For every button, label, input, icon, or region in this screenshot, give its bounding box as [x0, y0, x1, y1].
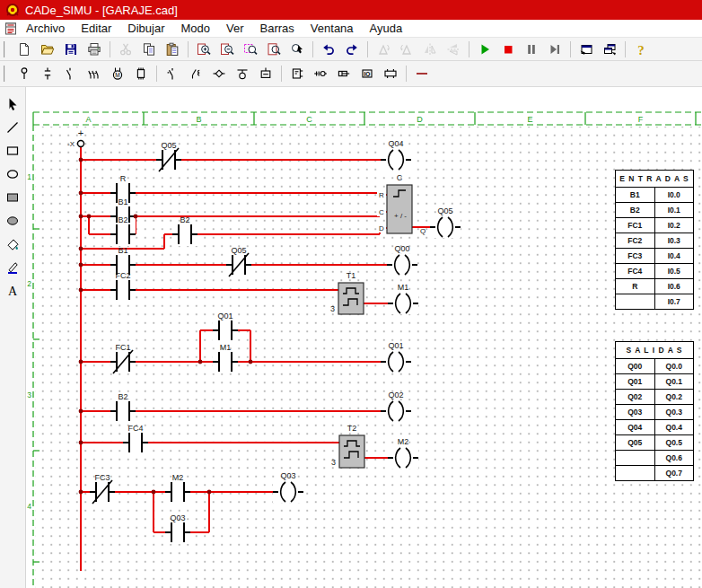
- contact-Q05[interactable]: Q05: [156, 141, 181, 171]
- menu-ventana[interactable]: Ventana: [303, 20, 362, 37]
- line-tool-icon: [5, 120, 20, 135]
- window-cascade-button[interactable]: [598, 39, 621, 59]
- labeled-contact-button[interactable]: [184, 64, 207, 83]
- switch-button[interactable]: [59, 64, 83, 83]
- contact-Q01[interactable]: Q01: [213, 312, 238, 342]
- menu-barras[interactable]: Barras: [252, 20, 303, 37]
- open-folder-button[interactable]: [36, 39, 59, 59]
- io-row: FC2I0.3: [616, 233, 693, 249]
- ruler-row-label: 4: [27, 502, 31, 511]
- ladder-diagram[interactable]: ABCDEF1234+-XC+ / -RCDQT13T23Q05RB1B2B2B…: [26, 87, 702, 588]
- block-T2[interactable]: T23: [331, 424, 364, 468]
- connector-icon: [313, 66, 328, 81]
- window-edit-mode-button[interactable]: [575, 39, 598, 59]
- motor-button[interactable]: M: [106, 64, 129, 83]
- zoom-select-button[interactable]: [285, 39, 309, 59]
- cylinder-button[interactable]: [332, 64, 355, 83]
- undo-button[interactable]: [317, 39, 340, 59]
- schematic-canvas[interactable]: ABCDEF1234+-XC+ / -RCDQT13T23Q05RB1B2B2B…: [26, 87, 702, 588]
- coil-Q04[interactable]: Q04: [381, 139, 411, 171]
- toolbar-grip[interactable]: [4, 41, 9, 57]
- power-terminal[interactable]: +-X: [67, 127, 84, 148]
- coil-Q01[interactable]: Q01: [381, 341, 411, 373]
- contact-M2[interactable]: M2: [165, 473, 190, 504]
- contact-button[interactable]: [36, 64, 59, 83]
- rectangle-tool-button[interactable]: [2, 141, 23, 161]
- junction-dot: [134, 215, 138, 219]
- zoom-out-button[interactable]: [215, 39, 239, 59]
- menu-modo[interactable]: Modo: [173, 20, 219, 37]
- contact-FC1[interactable]: FC1: [110, 343, 136, 373]
- help-button[interactable]: ?: [629, 39, 653, 59]
- contact-B2[interactable]: B2: [172, 215, 197, 246]
- diagram-label: FC1: [115, 343, 130, 352]
- plc-block-button[interactable]: [129, 64, 153, 83]
- entradas-table[interactable]: E N T R A D A SB1I0.0B2I0.1FC1I0.2FC2I0.…: [615, 170, 694, 310]
- coil-Q05[interactable]: Q05: [430, 206, 461, 238]
- block-T1[interactable]: T13: [330, 271, 364, 314]
- contact-FC3[interactable]: FC3: [90, 473, 115, 504]
- connector-button[interactable]: [309, 64, 332, 83]
- detector-button[interactable]: [161, 64, 184, 83]
- menu-archivo[interactable]: Archivo: [18, 20, 73, 37]
- simulate-step-icon: [548, 42, 562, 57]
- contact-FC4[interactable]: FC4: [123, 424, 148, 454]
- filled-rectangle-tool-button[interactable]: [2, 188, 23, 207]
- terminal-block-button[interactable]: [379, 64, 402, 83]
- mirror-horizontal-button: [418, 39, 442, 59]
- toolbar-standard: ?: [0, 38, 702, 61]
- new-document-button[interactable]: [13, 39, 36, 59]
- block-C[interactable]: C+ / -RCDQ: [377, 173, 426, 235]
- menu-editar[interactable]: Editar: [73, 20, 119, 37]
- simulate-play-button[interactable]: [473, 39, 496, 59]
- contact-B2[interactable]: B2: [110, 392, 136, 423]
- menu-ver[interactable]: Ver: [218, 20, 252, 37]
- zoom-region-button[interactable]: [239, 39, 262, 59]
- diagram-label: B2: [118, 392, 127, 401]
- redo-button[interactable]: [340, 39, 364, 59]
- coil-Q00[interactable]: Q00: [387, 244, 417, 276]
- relay-block-button[interactable]: [285, 64, 309, 83]
- fill-color-tool-button[interactable]: [2, 234, 23, 254]
- zoom-page-button[interactable]: [262, 39, 285, 59]
- coil-M1[interactable]: M1: [388, 283, 418, 314]
- power-supply-button[interactable]: [13, 64, 36, 83]
- simulate-stop-button[interactable]: [496, 39, 520, 59]
- io-block-button[interactable]: IO: [355, 64, 379, 83]
- zoom-in-button[interactable]: [192, 39, 215, 59]
- title-bar[interactable]: CADe_SIMU - [GARAJE.cad]: [0, 0, 702, 20]
- contact-Q05[interactable]: Q05: [226, 246, 251, 276]
- rotate-left-button: [372, 39, 395, 59]
- diagram-label: FC3: [94, 473, 110, 482]
- ellipse-tool-button[interactable]: [2, 164, 23, 184]
- window-title: CADe_SIMU - [GARAJE.cad]: [25, 4, 178, 17]
- coil-Q03[interactable]: Q03: [273, 471, 303, 503]
- copy-button[interactable]: [137, 39, 161, 59]
- text-tool-button[interactable]: A: [2, 281, 23, 301]
- select-arrow-button[interactable]: [2, 94, 23, 114]
- document-menu-icon[interactable]: [4, 22, 18, 36]
- boxed-coil-button[interactable]: [254, 64, 277, 83]
- coil-M2[interactable]: M2: [388, 437, 418, 469]
- logic-element-button[interactable]: [207, 64, 231, 83]
- filled-ellipse-tool-button[interactable]: [2, 211, 23, 231]
- toolbar-separator: [570, 41, 571, 57]
- coil-Q02[interactable]: Q02: [381, 391, 411, 422]
- line-color-tool-button[interactable]: [2, 258, 23, 277]
- save-button[interactable]: [59, 39, 83, 59]
- salidas-table[interactable]: S A L I D A SQ00Q0.0Q01Q0.1Q02Q0.2Q03Q0.…: [615, 341, 694, 481]
- contact-M1[interactable]: M1: [213, 343, 238, 373]
- contact-Q03[interactable]: Q03: [165, 513, 190, 544]
- coil-button[interactable]: [231, 64, 254, 83]
- menu-ayuda[interactable]: Ayuda: [362, 20, 411, 37]
- io-symbol-cell: B1: [616, 188, 655, 202]
- simulate-step-button[interactable]: [543, 39, 566, 59]
- wire-button[interactable]: [410, 64, 434, 83]
- paste-button[interactable]: [161, 39, 184, 59]
- line-tool-button[interactable]: [2, 118, 23, 137]
- print-button[interactable]: [83, 39, 106, 59]
- multi-switch-button[interactable]: [83, 64, 106, 83]
- menu-dibujar[interactable]: Dibujar: [119, 20, 172, 37]
- toolbar-grip[interactable]: [4, 66, 9, 82]
- simulate-pause-button[interactable]: [520, 39, 543, 59]
